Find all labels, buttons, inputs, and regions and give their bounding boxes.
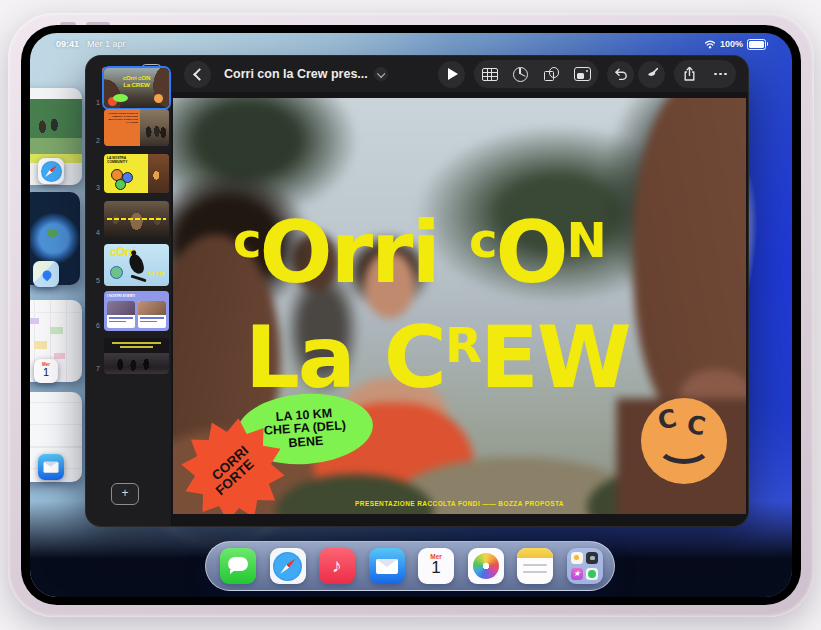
dock-notes-icon[interactable]: [517, 548, 553, 584]
thumb1-smiley: [154, 94, 163, 103]
more-icon: [714, 73, 727, 76]
photos-flower-icon: [473, 553, 499, 579]
dock-messages-icon[interactable]: [220, 548, 256, 584]
app-library-mini-icon: [586, 552, 598, 564]
green-badge-line: BENE: [288, 435, 324, 451]
slide-number: 5: [86, 277, 100, 284]
battery-percent: 100%: [720, 39, 743, 49]
slide-number: 1: [86, 99, 100, 106]
media-icon: [574, 67, 591, 81]
app-library-mini-icon: [586, 568, 598, 580]
battery-icon: [747, 39, 766, 50]
maps-pin-icon: [41, 269, 54, 282]
display: 09:41 Mer 1 apr 100% Mer 1: [30, 33, 792, 597]
screen-border: 09:41 Mer 1 apr 100% Mer 1: [21, 25, 801, 605]
slide-thumbnail-6[interactable]: I NOSTRI EVENTI: [104, 291, 169, 331]
dock-photos-icon[interactable]: [468, 548, 504, 584]
app-library-mini-icon: ★: [571, 568, 583, 580]
music-note-icon: ♪: [332, 555, 342, 576]
slide-thumbnail-5[interactable]: cOrri 10 KM: [104, 244, 169, 286]
slide-thumbnail-3[interactable]: LA NOSTRA COMMUNITY: [104, 154, 169, 193]
wifi-icon: [704, 39, 716, 49]
thumb3-circle: [115, 179, 126, 190]
chart-icon: [513, 67, 528, 82]
dock-music-icon[interactable]: ♪: [319, 548, 355, 584]
thumb7-text-line: [120, 346, 154, 348]
slide-caption[interactable]: PRESENTAZIONE RACCOLTA FONDI —— BOZZA PR…: [173, 500, 746, 507]
ipad-device-frame: 09:41 Mer 1 apr 100% Mer 1: [8, 13, 814, 617]
keynote-window: 1 cOrri cON La CREW 2 CORRI FORTE CORRI …: [85, 55, 749, 527]
thumb1-green-badge: [113, 94, 128, 102]
dock: ♪ Mer 1 ★: [205, 541, 615, 591]
status-time: 09:41: [56, 39, 79, 49]
slide-number: 7: [86, 365, 100, 372]
slide-number: 3: [86, 184, 100, 191]
slide-navigator: 1 cOrri cON La CREW 2 CORRI FORTE CORRI …: [86, 56, 171, 526]
chevron-left-icon: [193, 68, 206, 81]
slide-number: 2: [86, 137, 100, 144]
slide-canvas: cOrri cON La CREW LA 10 KM CHE FA (DEL) …: [171, 92, 748, 526]
envelope-icon: [376, 559, 398, 574]
status-date: Mer 1 apr: [87, 39, 126, 49]
safari-compass-icon: [273, 552, 302, 581]
thumb2-photo: [140, 109, 169, 146]
thumb5-km: 10 KM: [148, 271, 164, 277]
dock-calendar-icon[interactable]: Mer 1: [418, 548, 454, 584]
shapes-icon: [544, 67, 559, 81]
thumb5-badge: [110, 266, 123, 279]
calendar-app-icon[interactable]: Mer 1: [34, 359, 58, 383]
slide-title[interactable]: cOrri cON La CREW: [233, 194, 630, 404]
play-button[interactable]: [438, 61, 465, 88]
share-button[interactable]: [674, 60, 705, 88]
undo-button[interactable]: [607, 61, 634, 88]
title-menu-chevron-down-icon[interactable]: [374, 67, 388, 81]
table-icon: [482, 68, 498, 81]
share-icon: [682, 66, 697, 82]
thumb7-text-line: [112, 342, 161, 344]
slide-thumbnail-4[interactable]: [104, 201, 169, 238]
thumb3-photo: [148, 154, 169, 193]
format-brush-icon: [644, 66, 660, 82]
dock-mail-icon[interactable]: [369, 548, 405, 584]
slide-thumbnail-7[interactable]: [104, 338, 169, 374]
media-button[interactable]: [567, 60, 598, 88]
thumb3-title: LA NOSTRA COMMUNITY: [107, 157, 137, 164]
calendar-day: 1: [34, 367, 58, 377]
more-button[interactable]: [705, 60, 736, 88]
current-slide[interactable]: cOrri cON La CREW LA 10 KM CHE FA (DEL) …: [173, 98, 746, 514]
slide-number: 4: [86, 229, 100, 236]
back-button[interactable]: [184, 61, 211, 88]
play-icon: [448, 68, 458, 80]
maps-app-icon[interactable]: [33, 261, 59, 287]
thumb6-title: I NOSTRI EVENTI: [107, 294, 169, 298]
undo-icon: [613, 66, 629, 82]
thumb7-photo: [104, 353, 169, 374]
table-button[interactable]: [474, 60, 505, 88]
chart-button[interactable]: [505, 60, 536, 88]
calendar-day: 1: [418, 560, 454, 576]
mail-app-icon[interactable]: [38, 454, 64, 480]
thumb2-text: CORRI FORTE CORRI IN LIBERTÀ CORRI PER Q…: [104, 109, 140, 146]
insert-toolbar-group: [474, 60, 598, 88]
thumb6-card: [107, 301, 135, 328]
envelope-icon: [44, 462, 59, 473]
shapes-button[interactable]: [536, 60, 567, 88]
slide-thumbnail-1[interactable]: cOrri cON La CREW: [104, 68, 169, 108]
slide-title-line2: La CREW: [233, 299, 630, 404]
slide-number: 6: [86, 322, 100, 329]
chat-bubble-icon: [228, 557, 248, 571]
share-toolbar-group: [674, 60, 736, 88]
safari-compass-icon: [41, 161, 62, 182]
app-library-mini-icon: [571, 552, 583, 564]
slide-thumbnail-2[interactable]: CORRI FORTE CORRI IN LIBERTÀ CORRI PER Q…: [104, 109, 169, 146]
smiley-logo[interactable]: C C: [641, 398, 727, 484]
smiley-mouth: [656, 426, 712, 464]
thumb1-title-line2: La CREW: [104, 82, 169, 89]
safari-app-icon[interactable]: [38, 158, 64, 184]
dock-safari-icon[interactable]: [270, 548, 306, 584]
dock-app-library-icon[interactable]: ★: [567, 548, 603, 584]
window-titlebar: Corri con la Crew pres...: [171, 56, 748, 92]
format-button[interactable]: [638, 61, 665, 88]
add-slide-button[interactable]: +: [111, 483, 139, 505]
document-title[interactable]: Corri con la Crew pres...: [224, 67, 368, 81]
